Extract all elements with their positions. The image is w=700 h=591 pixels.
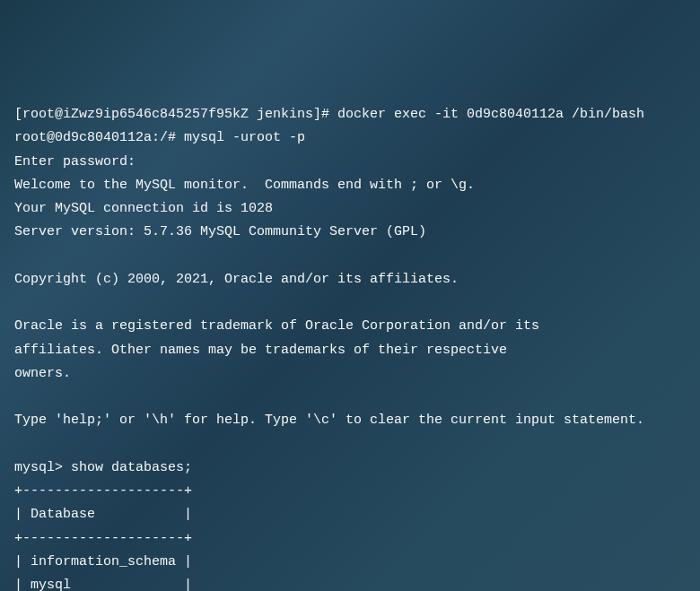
terminal-line: owners.	[14, 366, 71, 381]
terminal-line: mysql> show databases;	[14, 460, 192, 475]
terminal-line: | information_schema |	[14, 554, 192, 569]
terminal-line: [root@iZwz9ip6546c845257f95kZ jenkins]# …	[14, 107, 644, 122]
terminal-line: | mysql |	[14, 578, 192, 591]
terminal-line: affiliates. Other names may be trademark…	[14, 343, 507, 358]
terminal-line: Welcome to the MySQL monitor. Commands e…	[14, 178, 475, 193]
terminal-line: Type 'help;' or '\h' for help. Type '\c'…	[14, 413, 644, 428]
terminal-line: Server version: 5.7.36 MySQL Community S…	[14, 224, 426, 239]
terminal-line: Copyright (c) 2000, 2021, Oracle and/or …	[14, 272, 459, 287]
terminal-line: root@0d9c8040112a:/# mysql -uroot -p	[14, 130, 305, 145]
terminal-line: Oracle is a registered trademark of Orac…	[14, 318, 539, 334]
terminal-output[interactable]: [root@iZwz9ip6546c845257f95kZ jenkins]# …	[14, 103, 686, 591]
terminal-line: Your MySQL connection id is 1028	[14, 201, 273, 216]
terminal-line: Enter password:	[14, 154, 136, 169]
terminal-line: +--------------------+	[14, 531, 192, 546]
terminal-line: +--------------------+	[14, 483, 192, 499]
terminal-line: | Database |	[14, 507, 192, 522]
